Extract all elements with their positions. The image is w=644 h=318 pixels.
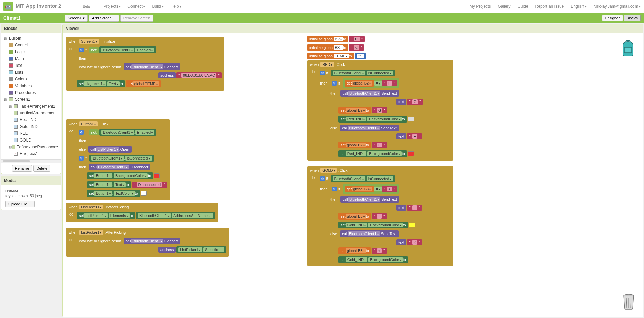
- tree-red[interactable]: RED: [3, 130, 59, 137]
- block-listpicker-after[interactable]: when ListPicker1 .AfterPicking do evalua…: [66, 228, 229, 257]
- blocks-panel-header: Blocks: [1, 24, 61, 33]
- backpack-icon[interactable]: [620, 40, 636, 57]
- trash-icon[interactable]: [622, 293, 636, 310]
- media-file[interactable]: toyota_crown_53.jpeg: [5, 193, 57, 199]
- tree-tablearr2[interactable]: ⊟TableArrangement2: [3, 103, 59, 110]
- tree-gold[interactable]: GOLD: [3, 137, 59, 144]
- blocks-panel: Blocks ⊟Built-in Control Logic Math Text…: [1, 24, 61, 174]
- viewer-panel: Viewer when Screen1 .Initialize do if no…: [62, 24, 643, 317]
- tree-control[interactable]: Control: [3, 42, 59, 49]
- project-name: Climat1: [3, 15, 21, 21]
- tree-screen1[interactable]: ⊟Screen1: [3, 96, 59, 103]
- remove-screen-button[interactable]: Remove Screen: [120, 15, 153, 22]
- blocks-canvas[interactable]: when Screen1 .Initialize do if not Bluet…: [63, 33, 643, 317]
- tree-logic[interactable]: Logic: [3, 49, 59, 55]
- action-bar: Climat1 Screen1 ▾ Add Screen ... Remove …: [0, 13, 644, 23]
- header-right: My Projects Gallery Guide Report an Issu…: [470, 4, 641, 9]
- tree-redind[interactable]: Red_IND: [3, 116, 59, 123]
- block-button1-click[interactable]: when Button1 .Click do if not BluetoothC…: [66, 119, 170, 200]
- tab-designer[interactable]: Designer: [602, 15, 623, 21]
- add-screen-button[interactable]: Add Screen ...: [89, 15, 119, 22]
- tree-text[interactable]: Text: [3, 62, 59, 69]
- app-header: MIT App Inventor 2 Beta Projects Connect…: [0, 0, 644, 13]
- app-title: MIT App Inventor 2: [16, 3, 61, 9]
- screen-dropdown[interactable]: Screen1 ▾: [65, 15, 88, 22]
- link-guide[interactable]: Guide: [518, 4, 528, 9]
- menu-connect[interactable]: Connect: [127, 4, 145, 9]
- block-init-b2[interactable]: initialize global B2 toG: [307, 35, 365, 43]
- svg-rect-0: [624, 47, 632, 53]
- block-init-temp[interactable]: initialize global TEMP to25: [307, 52, 366, 60]
- menu-build[interactable]: Build: [152, 4, 163, 9]
- beta-label: Beta: [83, 5, 90, 10]
- rename-button[interactable]: Rename: [12, 165, 32, 172]
- block-red-click[interactable]: when RED .Click do if BluetoothClient1 .…: [307, 60, 453, 161]
- tree-math[interactable]: Math: [3, 55, 59, 62]
- media-panel: Media rear.jpg toyota_crown_53.jpeg Uplo…: [1, 176, 61, 210]
- left-panel: Blocks ⊟Built-in Control Logic Math Text…: [0, 23, 62, 318]
- block-init-b3[interactable]: initialize global B3 to<: [307, 43, 364, 52]
- media-file[interactable]: rear.jpg: [5, 188, 57, 193]
- tree-verticalarr[interactable]: VerticalArrangemen: [3, 110, 59, 116]
- delete-button[interactable]: Delete: [33, 165, 50, 172]
- link-report[interactable]: Report an Issue: [535, 4, 564, 9]
- link-myprojects[interactable]: My Projects: [470, 4, 491, 9]
- tree-lists[interactable]: Lists: [3, 69, 59, 76]
- blocks-tree[interactable]: ⊟Built-in Control Logic Math Text Lists …: [1, 33, 61, 159]
- link-language[interactable]: English: [571, 4, 587, 9]
- tab-blocks[interactable]: Blocks: [624, 15, 641, 21]
- tree-builtin[interactable]: ⊟Built-in: [3, 35, 59, 42]
- viewer-header: Viewer: [63, 24, 643, 33]
- app-logo: [3, 2, 13, 11]
- menu-projects[interactable]: Projects: [103, 4, 121, 9]
- main-area: Blocks ⊟Built-in Control Logic Math Text…: [0, 23, 644, 318]
- link-account[interactable]: Nikolay.Jam@gmail.com: [593, 4, 641, 9]
- tree-variables[interactable]: Variables: [3, 82, 59, 89]
- link-gallery[interactable]: Gallery: [498, 4, 511, 9]
- tree-hscroll[interactable]: [1, 159, 61, 163]
- menu-bar: Projects Connect Build Help: [103, 4, 181, 9]
- block-screen1-initialize[interactable]: when Screen1 .Initialize do if not Bluet…: [66, 37, 224, 91]
- tree-tablarr-ru[interactable]: ⊟ТабличноеРасположе: [3, 144, 59, 150]
- tree-nadpis1[interactable]: AНадпись1: [3, 150, 59, 157]
- tree-goldind[interactable]: Gold_IND: [3, 123, 59, 130]
- block-gold-click[interactable]: when GOLD .Click do if BluetoothClient1 …: [307, 166, 453, 266]
- media-panel-header: Media: [1, 176, 61, 185]
- tree-colors[interactable]: Colors: [3, 76, 59, 82]
- block-listpicker-before[interactable]: when ListPicker1 .BeforePicking do set L…: [66, 203, 218, 222]
- tree-procedures[interactable]: Procedures: [3, 89, 59, 96]
- menu-help[interactable]: Help: [171, 4, 181, 9]
- upload-button[interactable]: Upload File ...: [5, 201, 35, 207]
